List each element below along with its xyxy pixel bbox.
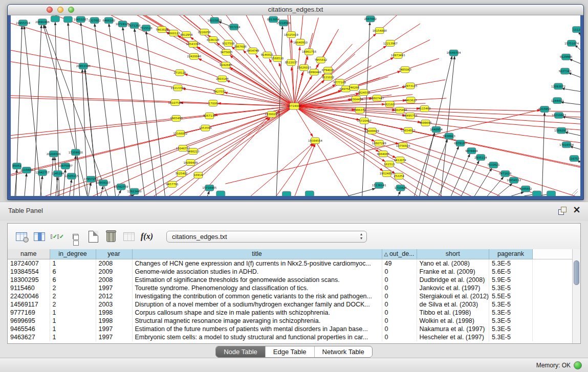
function-builder-icon[interactable]: f(x) — [140, 230, 154, 243]
table-cell[interactable]: 9777169 — [8, 309, 50, 317]
table-row[interactable]: 977716911998Corpus callosum shape and si… — [8, 309, 576, 317]
table-cell[interactable]: 5.3E-5 — [489, 300, 533, 309]
table-cell[interactable] — [533, 309, 576, 317]
table-cell[interactable]: 5.3E-5 — [489, 333, 533, 341]
network-canvas[interactable]: 2495572420691406106532871327602646616010… — [11, 15, 580, 196]
table-cell[interactable] — [533, 325, 576, 333]
table-cell[interactable]: 6 — [50, 268, 96, 276]
table-cell[interactable]: Tourette syndrome. Phenomenology and cla… — [132, 284, 382, 292]
table-cell[interactable]: 2003 — [96, 300, 132, 309]
table-cell[interactable]: 0 — [382, 268, 417, 276]
show-columns-icon[interactable] — [33, 230, 46, 243]
table-cell[interactable]: Changes of HCN gene expression and I(f) … — [132, 259, 382, 268]
delete-table-icon[interactable] — [104, 230, 118, 243]
table-cell[interactable]: Investigating the contribution of common… — [132, 292, 382, 300]
table-cell[interactable] — [533, 284, 576, 292]
column-header-out_de...[interactable]: △ out_de... — [382, 249, 417, 259]
table-cell[interactable]: Stergiakouli et al. (2012) — [417, 292, 489, 300]
table-cell[interactable]: 0 — [382, 276, 417, 284]
table-cell[interactable]: 0 — [382, 333, 417, 341]
table-cell[interactable]: 2008 — [96, 259, 132, 268]
table-cell[interactable]: 0 — [382, 309, 417, 317]
table-cell[interactable]: Nakamura et al. (1997) — [417, 325, 489, 333]
table-panel-header[interactable]: Table Panel × — [0, 202, 588, 221]
table-row[interactable]: 911546021997Tourette syndrome. Phenomeno… — [8, 284, 576, 292]
table-cell[interactable]: 5.6E-5 — [489, 268, 533, 276]
table-cell[interactable]: 9115460 — [8, 284, 50, 292]
tab-network-table[interactable]: Network Table — [315, 346, 372, 357]
tab-edge-table[interactable]: Edge Table — [266, 346, 315, 357]
table-row[interactable]: 1830029562008Estimation of significance … — [8, 276, 576, 284]
table-cell[interactable]: Jankovic et al. (1997) — [417, 284, 489, 292]
column-header-name[interactable]: name — [8, 249, 50, 259]
table-cell[interactable]: 1 — [50, 309, 96, 317]
table-cell[interactable]: Estimation of the future numbers of pati… — [132, 325, 382, 333]
table-cell[interactable]: 2008 — [96, 276, 132, 284]
table-cell[interactable]: Hescheler et al. (1997) — [417, 333, 489, 341]
table-cell[interactable] — [533, 292, 576, 300]
table-cell[interactable]: 1 — [50, 259, 96, 268]
table-cell[interactable]: 0 — [382, 300, 417, 309]
table-cell[interactable] — [533, 259, 576, 268]
table-cell[interactable] — [533, 276, 576, 284]
table-cell[interactable]: 6 — [50, 276, 96, 284]
table-row[interactable]: 1456911722003Disruption of a novel membe… — [8, 300, 576, 309]
table-cell[interactable]: Estimation of significance thresholds fo… — [132, 276, 382, 284]
table-cell[interactable]: 14569117 — [8, 300, 50, 309]
table-settings-icon[interactable] — [15, 230, 28, 243]
graph-node[interactable] — [533, 191, 541, 196]
column-header-pagerank[interactable]: pagerank — [489, 249, 533, 259]
graph-node[interactable] — [547, 191, 556, 196]
table-cell[interactable] — [533, 333, 576, 341]
table-row[interactable]: 969969511998Structural magnetic resonanc… — [8, 317, 576, 325]
column-header-filler[interactable] — [533, 249, 576, 259]
table-row[interactable]: 1938455462009Genome-wide association stu… — [8, 268, 576, 276]
table-cell[interactable]: 1998 — [96, 309, 132, 317]
table-cell[interactable]: 49 — [382, 259, 417, 268]
table-cell[interactable]: 2009 — [96, 268, 132, 276]
table-selector-dropdown[interactable]: citations_edges.txt ▴▾ — [166, 231, 367, 243]
table-cell[interactable]: 0 — [382, 317, 417, 325]
table-cell[interactable]: 1 — [50, 317, 96, 325]
table-cell[interactable]: 9463627 — [8, 333, 50, 341]
table-cell[interactable]: 0 — [382, 292, 417, 300]
table-cell[interactable]: Dudbridge et al. (2008) — [417, 276, 489, 284]
table-cell[interactable]: 2 — [50, 284, 96, 292]
window-titlebar[interactable]: citations_edges.txt — [8, 5, 583, 15]
table-cell[interactable]: Wolkin et al. (1998) — [417, 317, 489, 325]
table-row[interactable]: 1872400712008Changes of HCN gene express… — [8, 259, 576, 268]
graph-node[interactable] — [51, 16, 59, 22]
table-cell[interactable]: Corpus callosum shape and size in male p… — [132, 309, 382, 317]
table-cell[interactable] — [533, 300, 576, 309]
table-scrollbar[interactable] — [572, 249, 580, 343]
table-cell[interactable]: 1998 — [96, 317, 132, 325]
table-cell[interactable]: 22420046 — [8, 292, 50, 300]
table-cell[interactable] — [533, 268, 576, 276]
table-cell[interactable]: 5.3E-5 — [489, 325, 533, 333]
table-cell[interactable]: 9699695 — [8, 317, 50, 325]
table-cell[interactable]: 18724007 — [8, 259, 50, 268]
float-panel-icon[interactable] — [558, 207, 567, 215]
table-row[interactable]: 2242004622012Investigating the contribut… — [8, 292, 576, 300]
table-row[interactable]: 946362711997Embryonic stem cells: a mode… — [8, 333, 576, 341]
row-height-icon[interactable] — [69, 230, 82, 243]
table-cell[interactable]: 18300295 — [8, 276, 50, 284]
table-cell[interactable]: 2012 — [96, 292, 132, 300]
table-cell[interactable]: Franke et al. (2009) — [417, 268, 489, 276]
table-cell[interactable]: 1 — [50, 325, 96, 333]
table-cell[interactable]: 0 — [382, 284, 417, 292]
table-cell[interactable]: 2 — [50, 300, 96, 309]
graph-node[interactable] — [216, 191, 225, 196]
table-cell[interactable] — [533, 317, 576, 325]
column-header-year[interactable]: year — [96, 249, 132, 259]
table-cell[interactable]: 9465546 — [8, 325, 50, 333]
column-header-in_degree[interactable]: in_degree — [50, 249, 96, 259]
table-cell[interactable]: de Silva et al. (2003) — [417, 300, 489, 309]
table-cell[interactable]: 1997 — [96, 333, 132, 341]
table-cell[interactable]: 5.3E-5 — [489, 309, 533, 317]
column-header-short[interactable]: short — [417, 249, 489, 259]
citation-network-graph[interactable]: 2495572420691406106532871327602646616010… — [11, 15, 580, 196]
table-cell[interactable]: 0 — [382, 325, 417, 333]
table-cell[interactable]: 5.3E-5 — [489, 317, 533, 325]
close-panel-icon[interactable]: × — [573, 204, 581, 215]
